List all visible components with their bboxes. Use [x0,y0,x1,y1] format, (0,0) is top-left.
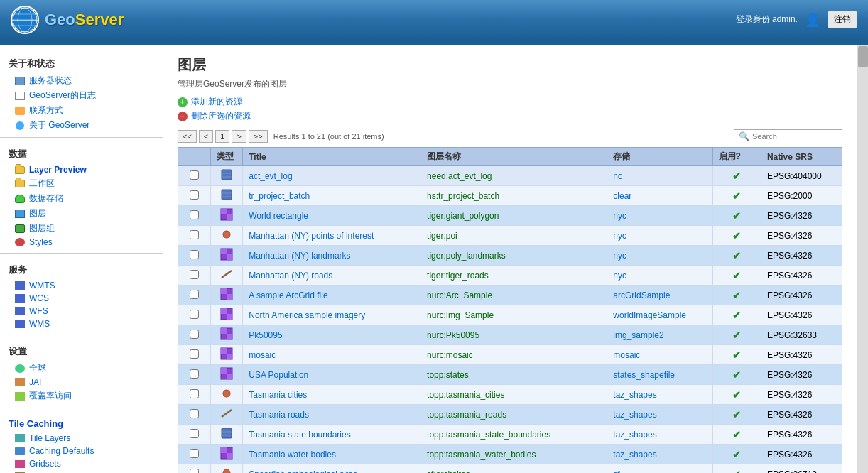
store-link[interactable]: taz_shapes [613,410,656,420]
row-store-cell[interactable]: clear [607,186,712,206]
row-name-cell[interactable]: nurc:Pk50095 [421,325,607,345]
name-link[interactable]: tiger:tiger_roads [427,271,489,281]
name-link[interactable]: topp:tasmania_cities [427,390,504,400]
row-checkbox[interactable] [190,270,199,279]
row-store-cell[interactable]: taz_shapes [607,425,712,445]
name-link[interactable]: tiger:giant_polygon [427,211,499,221]
row-title-cell[interactable]: Manhattan (NY) landmarks [243,246,421,266]
row-title-cell[interactable]: mosaic [243,345,421,365]
store-link[interactable]: taz_shapes [613,390,656,400]
store-link[interactable]: nc [613,171,622,181]
row-name-cell[interactable]: tiger:giant_polygon [421,206,607,226]
row-name-cell[interactable]: topp:tasmania_water_bodies [421,445,607,464]
row-checkbox-cell[interactable] [178,246,211,266]
sidebar-item-styles[interactable]: Styles [0,236,163,249]
row-checkbox[interactable] [190,290,199,299]
sidebar-item-caching-defaults[interactable]: Caching Defaults [0,445,163,457]
row-store-cell[interactable]: mosaic [607,345,712,365]
sidebar-item-wmts[interactable]: WMTS [0,279,163,292]
row-checkbox[interactable] [190,409,199,418]
row-title-cell[interactable]: Tasmania state boundaries [243,425,421,445]
name-link[interactable]: nurc:Pk50095 [427,330,479,340]
row-store-cell[interactable]: worldImageSample [607,305,712,325]
row-title-cell[interactable]: Spearfish archeological sites [243,464,421,474]
sidebar-item-datastore[interactable]: 数据存储 [0,191,163,206]
row-title-cell[interactable]: Tasmania roads [243,405,421,425]
row-checkbox[interactable] [190,330,199,339]
sidebar-item-wfs[interactable]: WFS [0,305,163,317]
store-link[interactable]: nyc [613,251,626,261]
store-link[interactable]: nyc [613,271,626,281]
row-title-cell[interactable]: tr_project_batch [243,186,421,206]
title-link[interactable]: Tasmania roads [249,410,309,420]
row-checkbox-cell[interactable] [178,325,211,345]
page-number-button[interactable]: 1 [215,130,229,143]
title-link[interactable]: tr_project_batch [249,191,310,201]
name-link[interactable]: topp:tasmania_water_bodies [427,450,536,460]
title-link[interactable]: Pk50095 [249,330,282,340]
row-store-cell[interactable]: nyc [607,206,712,226]
row-checkbox-cell[interactable] [178,286,211,305]
row-title-cell[interactable]: USA Population [243,365,421,385]
row-store-cell[interactable]: arcGridSample [607,286,712,305]
name-link[interactable]: sf:archsites [427,469,470,474]
sidebar-item-jai[interactable]: JAI [0,376,163,388]
row-checkbox[interactable] [190,349,199,359]
row-checkbox[interactable] [190,429,199,438]
name-link[interactable]: nurc:mosaic [427,350,473,360]
sidebar-item-geoserver-log[interactable]: GeoServer的日志 [0,88,163,103]
row-checkbox-cell[interactable] [178,186,211,206]
row-name-cell[interactable]: topp:tasmania_roads [421,405,607,425]
row-name-cell[interactable]: topp:tasmania_cities [421,385,607,405]
row-name-cell[interactable]: tiger:poi [421,226,607,246]
row-store-cell[interactable]: taz_shapes [607,385,712,405]
store-link[interactable]: arcGridSample [613,290,670,300]
row-checkbox-cell[interactable] [178,365,211,385]
title-link[interactable]: Tasmania state boundaries [249,430,350,440]
col-header-title[interactable]: Title [243,148,421,166]
row-checkbox-cell[interactable] [178,345,211,365]
title-link[interactable]: World rectangle [249,211,308,221]
row-name-cell[interactable]: hs:tr_project_batch [421,186,607,206]
store-link[interactable]: worldImageSample [613,310,686,320]
store-link[interactable]: sf [613,469,619,474]
row-store-cell[interactable]: sf [607,464,712,474]
store-link[interactable]: taz_shapes [613,450,656,460]
col-header-enabled[interactable]: 启用? [712,148,761,166]
row-title-cell[interactable]: North America sample imagery [243,305,421,325]
row-store-cell[interactable]: nyc [607,226,712,246]
row-store-cell[interactable]: states_shapefile [607,365,712,385]
store-link[interactable]: clear [613,191,631,201]
col-header-name[interactable]: 图层名称 [421,148,607,166]
sidebar-item-tile-layers[interactable]: Tile Layers [0,432,163,445]
sidebar-item-layer-preview[interactable]: Layer Preview [0,163,163,176]
delete-selected-link[interactable]: − 删除所选的资源 [178,110,842,122]
store-link[interactable]: mosaic [613,350,640,360]
row-checkbox[interactable] [190,230,199,239]
row-title-cell[interactable]: World rectangle [243,206,421,226]
title-link[interactable]: North America sample imagery [249,310,365,320]
row-checkbox[interactable] [190,250,199,259]
title-link[interactable]: USA Population [249,370,308,380]
row-store-cell[interactable]: nc [607,166,712,186]
sidebar-item-gridsets[interactable]: Gridsets [0,457,163,470]
name-link[interactable]: nurc:Img_Sample [427,310,494,320]
sidebar-item-coverage[interactable]: 覆盖率访问 [0,388,163,403]
row-store-cell[interactable]: taz_shapes [607,445,712,464]
row-checkbox-cell[interactable] [178,425,211,445]
row-name-cell[interactable]: tiger:poly_landmarks [421,246,607,266]
row-checkbox-cell[interactable] [178,166,211,186]
next-page-button[interactable]: > [232,130,246,143]
col-header-srs[interactable]: Native SRS [761,148,842,166]
row-name-cell[interactable]: nurc:Arc_Sample [421,286,607,305]
row-checkbox[interactable] [190,310,199,319]
store-link[interactable]: img_sample2 [613,330,663,340]
sidebar-item-layers[interactable]: 图层 [0,206,163,221]
row-checkbox-cell[interactable] [178,445,211,464]
logout-button[interactable]: 注销 [828,11,857,28]
title-link[interactable]: act_evt_log [249,171,292,181]
row-title-cell[interactable]: Tasmania water bodies [243,445,421,464]
row-store-cell[interactable]: nyc [607,246,712,266]
row-checkbox[interactable] [190,190,199,200]
row-store-cell[interactable]: nyc [607,266,712,286]
